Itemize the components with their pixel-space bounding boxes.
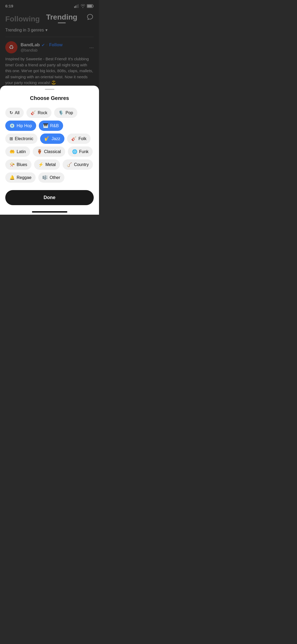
genre-pill-rnb[interactable]: 🎹R&B xyxy=(39,121,63,131)
jazz-genre-label: Jazz xyxy=(51,136,60,141)
funk-genre-icon: 🌐 xyxy=(72,149,77,154)
rnb-genre-icon: 🎹 xyxy=(43,123,48,128)
country-genre-icon: 🪕 xyxy=(67,162,72,167)
genre-pill-funk[interactable]: 🌐Funk xyxy=(68,146,93,157)
genre-pill-blues[interactable]: 📯Blues xyxy=(5,159,31,170)
jazz-genre-icon: 🎷 xyxy=(44,136,50,141)
genre-pill-pop[interactable]: 🎙️Pop xyxy=(54,108,77,118)
blues-genre-icon: 📯 xyxy=(10,162,15,167)
rock-genre-icon: 🎸 xyxy=(31,110,36,115)
bottom-sheet: Choose Genres ↻All🎸Rock🎙️Pop💿Hip Hop🎹R&B… xyxy=(0,86,99,215)
genre-pill-country[interactable]: 🪕Country xyxy=(63,159,93,170)
done-button[interactable]: Done xyxy=(5,190,94,205)
reggae-genre-icon: 🔔 xyxy=(10,175,15,180)
classical-genre-icon: 🏺 xyxy=(37,149,42,154)
classical-genre-label: Classical xyxy=(44,149,61,154)
genre-pill-metal[interactable]: ⚡Metal xyxy=(34,159,60,170)
funk-genre-label: Funk xyxy=(79,149,89,154)
genre-pill-hiphop[interactable]: 💿Hip Hop xyxy=(5,121,36,131)
metal-genre-icon: ⚡ xyxy=(38,162,44,167)
folk-genre-icon: 🎸 xyxy=(71,136,77,141)
reggae-genre-label: Reggae xyxy=(17,175,31,180)
all-genre-label: All xyxy=(15,111,20,115)
hiphop-genre-icon: 💿 xyxy=(10,123,15,128)
electronic-genre-label: Electronic xyxy=(15,136,33,141)
hiphop-genre-label: Hip Hop xyxy=(17,123,32,128)
metal-genre-label: Metal xyxy=(45,162,56,167)
genre-pill-jazz[interactable]: 🎷Jazz xyxy=(40,134,64,144)
home-indicator xyxy=(32,211,67,213)
genre-pill-reggae[interactable]: 🔔Reggae xyxy=(5,172,36,183)
genre-pill-other[interactable]: 🎼Other xyxy=(38,172,64,183)
genre-pill-all[interactable]: ↻All xyxy=(5,108,24,118)
genres-grid: ↻All🎸Rock🎙️Pop💿Hip Hop🎹R&B⊞Electronic🎷Ja… xyxy=(5,108,94,183)
pop-genre-label: Pop xyxy=(65,111,73,115)
genre-pill-electronic[interactable]: ⊞Electronic xyxy=(5,134,37,144)
latin-genre-label: Latin xyxy=(17,149,26,154)
other-genre-icon: 🎼 xyxy=(43,175,48,180)
rnb-genre-label: R&B xyxy=(50,123,59,128)
blues-genre-label: Blues xyxy=(17,162,27,167)
folk-genre-label: Folk xyxy=(78,136,86,141)
genre-pill-classical[interactable]: 🏺Classical xyxy=(33,146,65,157)
latin-genre-icon: 🤲 xyxy=(10,149,15,154)
sheet-handle[interactable] xyxy=(45,89,54,90)
genre-pill-latin[interactable]: 🤲Latin xyxy=(5,146,30,157)
genre-pill-folk[interactable]: 🎸Folk xyxy=(67,134,91,144)
other-genre-label: Other xyxy=(50,175,60,180)
electronic-genre-icon: ⊞ xyxy=(10,136,13,141)
pop-genre-icon: 🎙️ xyxy=(58,110,64,115)
all-genre-icon: ↻ xyxy=(10,110,13,115)
sheet-title: Choose Genres xyxy=(5,95,94,101)
rock-genre-label: Rock xyxy=(38,111,47,115)
country-genre-label: Country xyxy=(74,162,89,167)
genre-pill-rock[interactable]: 🎸Rock xyxy=(26,108,51,118)
